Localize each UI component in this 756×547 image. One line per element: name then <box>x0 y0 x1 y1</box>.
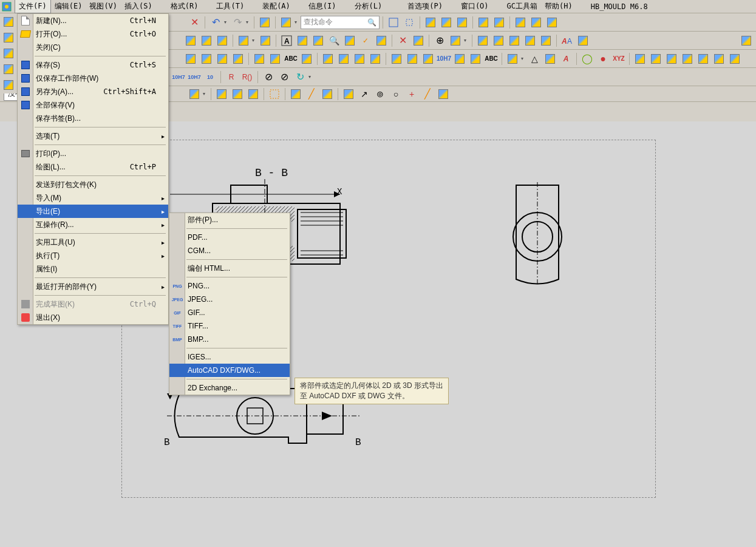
toolbar-btn[interactable]: ABC <box>484 52 499 66</box>
toolbar-btn[interactable] <box>342 33 357 48</box>
toolbar-btn[interactable] <box>183 33 198 48</box>
command-search-input[interactable]: 查找命令 🔍 <box>301 16 380 29</box>
toolbar-btn[interactable]: 10H7 <box>187 70 202 84</box>
toolbar-btn[interactable] <box>712 52 726 66</box>
toolbar-btn[interactable]: R <box>224 70 239 84</box>
toolbar-btn[interactable] <box>727 52 742 66</box>
toolbar-btn[interactable] <box>336 52 351 66</box>
toolbar-btn[interactable] <box>183 52 198 66</box>
toolbar-btn[interactable] <box>421 52 435 66</box>
toolbar-btn[interactable] <box>268 52 282 66</box>
menu-save-as[interactable]: 另存为(A)...Ctrl+Shift+A <box>18 85 168 98</box>
export-bmp[interactable]: BMPBMP... <box>169 333 290 346</box>
export-iges[interactable]: IGES... <box>169 350 290 364</box>
export-part[interactable]: 部件(P)... <box>169 213 290 226</box>
menu-print[interactable]: 打印(P)... <box>18 147 168 160</box>
toolbar-btn[interactable] <box>215 33 230 48</box>
toolbar-btn[interactable] <box>279 15 293 30</box>
toolbar-btn[interactable]: ✕ <box>395 33 410 48</box>
toolbar-btn[interactable] <box>402 15 417 30</box>
toolbar-btn[interactable] <box>423 15 438 30</box>
toolbar-btn[interactable] <box>543 52 557 66</box>
toolbar-btn[interactable] <box>368 52 383 66</box>
toolbar-btn[interactable] <box>523 33 537 48</box>
menu-options[interactable]: 选项(T)▸ <box>18 129 168 143</box>
toolbar-btn[interactable]: ✓ <box>358 33 373 48</box>
menu-export[interactable]: 导出(E)▸ <box>18 205 168 218</box>
toolbar-btn[interactable] <box>664 52 679 66</box>
menu-edit[interactable]: 编辑(E) <box>51 0 86 13</box>
export-html[interactable]: 编创 HTML... <box>169 262 290 275</box>
toolbar-btn[interactable]: ╱ <box>420 87 435 101</box>
menu-execute[interactable]: 执行(T)▸ <box>18 249 168 262</box>
toolbar-btn[interactable] <box>257 15 272 30</box>
toolbar-btn[interactable] <box>505 52 520 66</box>
menu-help[interactable]: 帮助(H) <box>541 0 576 13</box>
export-tiff[interactable]: TIFFTIFF... <box>169 319 290 333</box>
toolbar-btn[interactable] <box>649 52 663 66</box>
toolbar-btn[interactable] <box>439 15 454 30</box>
toolbar-btn[interactable] <box>411 33 426 48</box>
undo-button[interactable]: ↶ <box>208 15 223 30</box>
toolbar-btn[interactable] <box>299 52 314 66</box>
menu-interop[interactable]: 互操作(R)...▸ <box>18 218 168 231</box>
export-pdf[interactable]: PDF... <box>169 231 290 244</box>
toolbar-btn[interactable] <box>680 52 695 66</box>
menu-import[interactable]: 导入(M)▸ <box>18 191 168 205</box>
toolbar-btn[interactable]: + <box>404 87 419 101</box>
toolbar-btn[interactable] <box>389 52 404 66</box>
toolbar-btn[interactable]: XYZ <box>611 52 626 66</box>
toolbar-btn[interactable] <box>236 33 251 48</box>
toolbar-btn[interactable] <box>529 15 543 30</box>
toolbar-btn[interactable]: ⊚ <box>373 87 387 101</box>
toolbar-btn[interactable] <box>513 15 528 30</box>
toolbar-btn[interactable] <box>352 52 367 66</box>
menu-recent[interactable]: 最近打开的部件(Y)▸ <box>18 280 168 293</box>
toolbar-btn[interactable]: ○ <box>389 87 403 101</box>
menu-hbmould[interactable]: HB_MOULD M6.8 <box>587 1 652 12</box>
toolbar-btn[interactable] <box>258 33 273 48</box>
toolbar-btn[interactable] <box>545 15 559 30</box>
toolbar-btn[interactable] <box>267 87 282 101</box>
menu-save-bookmark[interactable]: 保存书签(B)... <box>18 112 168 125</box>
menu-format[interactable]: 格式(R) <box>167 0 202 13</box>
toolbar-btn[interactable] <box>215 52 230 66</box>
export-autocad-dxf-dwg[interactable]: AutoCAD DXF/DWG... <box>169 364 290 377</box>
toolbar-btn[interactable] <box>696 52 710 66</box>
menu-view[interactable]: 视图(V) <box>86 0 121 13</box>
left-btn[interactable] <box>1 78 16 92</box>
toolbar-btn[interactable] <box>321 52 335 66</box>
toolbar-btn[interactable]: ⊘ <box>277 70 291 84</box>
toolbar-btn[interactable] <box>576 33 590 48</box>
toolbar-btn[interactable]: ↗ <box>357 87 372 101</box>
menu-assembly[interactable]: 装配(A) <box>259 0 294 13</box>
toolbar-btn[interactable]: A <box>559 52 573 66</box>
toolbar-btn[interactable]: 10H7 <box>437 52 451 66</box>
toolbar-btn[interactable] <box>246 87 261 101</box>
toolbar-btn[interactable] <box>539 33 553 48</box>
toolbar-btn[interactable]: R() <box>240 70 254 84</box>
toolbar-btn[interactable] <box>405 52 420 66</box>
toolbar-btn[interactable] <box>252 52 267 66</box>
toolbar-btn[interactable] <box>341 87 356 101</box>
toolbar-btn[interactable] <box>199 33 214 48</box>
toolbar-btn[interactable] <box>492 15 506 30</box>
toolbar-btn[interactable] <box>452 52 467 66</box>
toolbar-btn[interactable]: △ <box>527 52 542 66</box>
export-2d-exchange[interactable]: 2D Exchange... <box>169 381 290 395</box>
toolbar-btn[interactable]: ╱ <box>304 87 319 101</box>
export-png[interactable]: PNGPNG... <box>169 279 290 293</box>
toolbar-btn[interactable] <box>491 33 506 48</box>
toolbar-btn[interactable]: 10H7 <box>171 70 186 84</box>
menu-tools[interactable]: 工具(T) <box>213 0 248 13</box>
toolbar-btn[interactable] <box>288 87 303 101</box>
menu-new[interactable]: 新建(N)...Ctrl+N <box>18 14 168 27</box>
toolbar-btn[interactable]: ◯ <box>580 52 594 66</box>
toolbar-btn[interactable] <box>468 52 483 66</box>
menu-properties[interactable]: 属性(I) <box>18 262 168 276</box>
left-btn[interactable] <box>1 30 16 45</box>
toolbar-btn[interactable]: ⊘ <box>261 70 276 84</box>
toolbar-btn[interactable] <box>386 15 401 30</box>
toolbar-btn[interactable] <box>295 33 310 48</box>
export-gif[interactable]: GIFGIF... <box>169 306 290 319</box>
